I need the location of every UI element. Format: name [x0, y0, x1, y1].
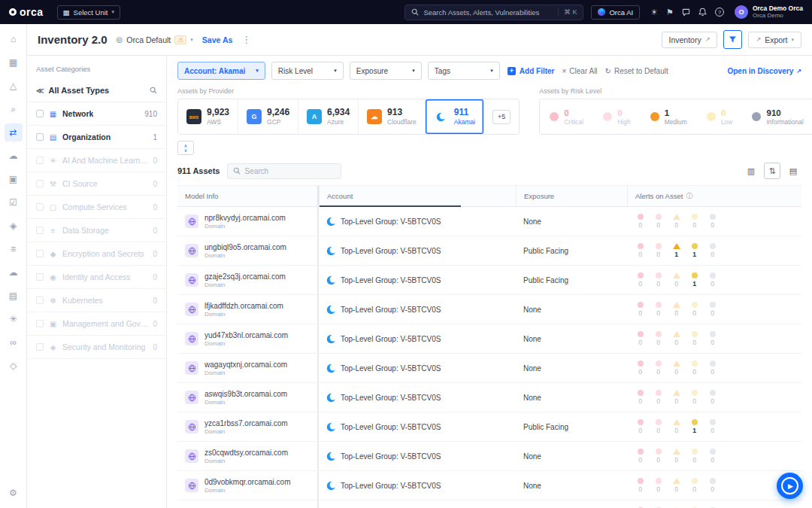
checkbox[interactable] — [36, 227, 44, 234]
checkbox[interactable] — [36, 110, 44, 117]
add-filter-button[interactable]: + Add Filter — [508, 67, 555, 75]
provider-tile-akamai[interactable]: 911Akamai — [426, 99, 484, 134]
table-row[interactable]: 0d9vobkmqr.orcamai.comDomainTop-Level Gr… — [177, 471, 801, 500]
sidebar-item-network[interactable]: ▦Network910 — [27, 102, 166, 126]
filter-chip-tags[interactable]: Tags▾ — [428, 62, 500, 80]
risk-item-critical[interactable]: 0Critical — [540, 99, 593, 134]
sidebar-item-identity-and-access[interactable]: ◉Identity and Access0 — [27, 266, 166, 289]
sidebar-item-encryption-and-secrets[interactable]: ◆Encryption and Secrets0 — [27, 242, 166, 266]
table-row[interactable]: zs0cqwdtsy.orcamai.comDomainTop-Level Gr… — [177, 442, 801, 471]
sidebar-item-ai-and-machine-learning[interactable]: ✳AI And Machine Learning0 — [27, 149, 166, 172]
column-account[interactable]: Account — [319, 186, 516, 206]
checkbox[interactable] — [36, 180, 44, 187]
checkbox[interactable] — [36, 133, 44, 141]
table-search-input[interactable] — [244, 167, 335, 175]
sort-icon[interactable]: ⇅ — [764, 163, 780, 179]
table-row[interactable]: yud47xb3nl.orcamai.comDomainTop-Level Gr… — [177, 324, 801, 354]
projects-icon[interactable]: ▤ — [5, 287, 23, 305]
assistant-fab-button[interactable]: ▶ — [777, 473, 803, 499]
orca-logo[interactable]: orca — [9, 6, 44, 18]
exposure-cell: None — [516, 364, 627, 373]
filter-chip-exposure[interactable]: Exposure▾ — [350, 62, 422, 80]
provider-tile-azure[interactable]: A6,934Azure — [298, 99, 359, 134]
provider-tile-cloudflare[interactable]: ☁913Cloudflare — [359, 99, 426, 134]
data-icon[interactable]: ≡ — [5, 240, 23, 258]
theme-icon[interactable]: ☀ — [650, 8, 658, 17]
kebab-menu-icon[interactable]: ⋮ — [241, 34, 251, 45]
shield-icon[interactable]: ◈ — [5, 217, 23, 235]
table-row[interactable]: ungbiql9o5.orcamai.comDomainTop-Level Gr… — [177, 236, 801, 266]
reset-default-button[interactable]: ↻ Reset to Default — [605, 67, 668, 75]
search-icon[interactable] — [150, 87, 157, 94]
filter-toggle-button[interactable] — [723, 30, 742, 49]
checkbox[interactable] — [36, 250, 44, 257]
clear-all-button[interactable]: × Clear All — [562, 67, 598, 75]
view-selector[interactable]: ◎ Orca Default ⚠ ▾ — [117, 35, 193, 44]
filter-chip-account-akamai[interactable]: Account: Akamai▾ — [177, 62, 265, 80]
checkbox[interactable] — [36, 297, 44, 304]
provider-tile-gcp[interactable]: G9,246GCP — [238, 99, 298, 134]
columns-icon[interactable]: ▥ — [743, 163, 759, 179]
all-asset-types[interactable]: ≪ All Asset Types — [27, 79, 166, 102]
sidebar-item-data-storage[interactable]: ≡Data Storage0 — [27, 219, 166, 242]
sidebar-item-compute-services[interactable]: ▢Compute Services0 — [27, 196, 166, 219]
flag-icon[interactable]: ⚑ — [666, 8, 674, 17]
sidebar-item-kubernetes[interactable]: ☸Kubernetes0 — [27, 289, 166, 312]
table-row[interactable]: yzca1rbss7.orcamai.comDomainTop-Level Gr… — [177, 412, 801, 442]
column-alerts[interactable]: Alerts on Asset ⓘ — [627, 186, 801, 206]
open-in-discovery-link[interactable]: Open in Discovery ↗ — [727, 67, 801, 75]
global-search-input[interactable]: Search Assets, Alerts, Vulnerabilities ⌘… — [404, 5, 583, 20]
table-row[interactable]: npr8kvydyj.orcamai.comDomainTop-Level Gr… — [177, 207, 801, 236]
dashboard-icon[interactable]: ▦ — [5, 53, 23, 71]
inventory-icon[interactable]: ⇄ — [5, 123, 23, 141]
checkbox[interactable] — [36, 273, 44, 281]
search-icon[interactable]: ⌕ — [5, 100, 23, 118]
chat-icon[interactable] — [682, 8, 690, 17]
export-button[interactable]: ↗ Export ▾ — [748, 32, 801, 48]
alerts-icon[interactable]: △ — [5, 77, 23, 95]
inventory-button[interactable]: Inventory ↗ — [662, 32, 718, 48]
medium-severity-icon — [673, 478, 680, 484]
column-exposure[interactable]: Exposure — [516, 186, 627, 206]
table-search[interactable] — [227, 163, 341, 179]
orca-ai-button[interactable]: Orca AI — [591, 5, 640, 20]
table-row[interactable]: oznchozxso.orcamai.comDomainTop-Level Gr… — [177, 500, 801, 508]
settings-icon[interactable]: ⚙ — [5, 484, 23, 502]
table-row[interactable]: aswqis9b3t.orcamai.comDomainTop-Level Gr… — [177, 383, 801, 412]
more-providers-button[interactable]: +5 — [492, 110, 511, 124]
sidebar-item-ci-source[interactable]: ⚒CI Source0 — [27, 172, 166, 196]
table-row[interactable]: lfjkadffdzh.orcamai.comDomainTop-Level G… — [177, 295, 801, 324]
risk-item-informational[interactable]: 910Informational — [742, 99, 812, 134]
home-icon[interactable]: ⌂ — [5, 30, 23, 48]
select-unit-button[interactable]: ▦ Select Unit ▾ — [57, 5, 120, 20]
risk-item-medium[interactable]: 1Medium — [641, 99, 697, 134]
cloud-icon[interactable]: ☁ — [5, 147, 23, 165]
assets-icon[interactable]: ▣ — [5, 170, 23, 188]
alert-count: 0 — [710, 456, 714, 464]
user-menu[interactable]: O Orca Demo Orca Orca Demo — [735, 5, 803, 20]
table-row[interactable]: gzaje2sq3j.orcamai.comDomainTop-Level Gr… — [177, 266, 801, 295]
collapse-stats-button[interactable]: ∧ ∨ — [177, 141, 194, 155]
compliance-icon[interactable]: ☑ — [5, 193, 23, 211]
ai-icon[interactable]: ✳ — [5, 310, 23, 328]
sidebar-item-organization[interactable]: ▤Organization1 — [27, 126, 166, 149]
column-model-info[interactable]: Model Info — [177, 186, 319, 206]
risk-item-high[interactable]: 0High — [593, 99, 640, 134]
bell-icon[interactable] — [698, 8, 707, 17]
integrations-icon[interactable]: ∞ — [5, 333, 23, 351]
cloud-security-icon[interactable]: ☁ — [5, 263, 23, 281]
checkbox[interactable] — [36, 343, 44, 351]
table-row[interactable]: wagayqtxnj.orcamai.comDomainTop-Level Gr… — [177, 354, 801, 383]
save-as-link[interactable]: Save As — [202, 35, 232, 44]
layout-icon[interactable]: ▤ — [785, 163, 801, 179]
provider-tile-aws[interactable]: aws9,923AWS — [178, 99, 238, 134]
sidebar-item-security-and-monitoring[interactable]: ◈Security and Monitoring0 — [27, 336, 166, 359]
risk-item-low[interactable]: 0Low — [697, 99, 743, 134]
checkbox[interactable] — [36, 157, 44, 164]
checkbox[interactable] — [36, 203, 44, 211]
attack-paths-icon[interactable]: ◇ — [5, 357, 23, 375]
sidebar-item-management-and-governa[interactable]: ▣Management and Governa...0 — [27, 312, 166, 336]
filter-chip-risk-level[interactable]: Risk Level▾ — [271, 62, 344, 80]
help-icon[interactable]: ? — [715, 8, 724, 17]
checkbox[interactable] — [36, 320, 44, 327]
